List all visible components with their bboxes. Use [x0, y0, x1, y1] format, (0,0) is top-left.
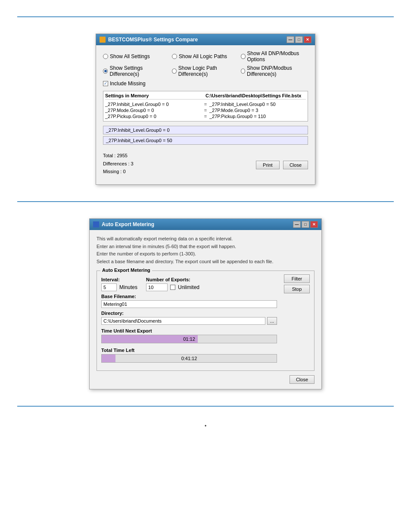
interval-row: Minutes [101, 283, 137, 291]
browse-button[interactable]: ... [267, 317, 277, 325]
radio-label-show-settings-diff: Show Settings Difference(s) [109, 65, 170, 77]
include-missing-checkbox[interactable] [103, 81, 108, 86]
row2-equals: = [202, 108, 209, 113]
radio-show-all-settings[interactable]: Show All Settings [103, 50, 170, 62]
close-window-button-2[interactable]: ✕ [310, 221, 318, 228]
directory-label: Directory: [101, 311, 277, 316]
footer-section: • [0, 414, 411, 438]
description-text: This will automatically export metering … [97, 235, 314, 265]
radio-label-show-all-dnp-modbus: Show All DNP/Modbus Options [247, 50, 308, 62]
interval-section: Interval: Minutes [101, 277, 137, 291]
titlebar-left-2: Auto Export Metering [93, 221, 154, 227]
radio-input-show-all-settings[interactable] [103, 54, 108, 59]
two-col-layout: Interval: Minutes Number of Exports: [101, 274, 310, 367]
stop-button[interactable]: Stop [284, 285, 310, 293]
total-time-left-bar: 0:41:12 [101, 354, 277, 363]
include-missing-label: Include Missing [110, 81, 146, 87]
dialog2-icon [93, 221, 99, 227]
differences-label: Differences : 3 [103, 160, 134, 168]
desc-line-3: Enter the number of exports to perform (… [97, 250, 314, 258]
row3-right: _27P.Pickup.Group0 = 110 [209, 114, 306, 119]
exports-label: Number of Exports: [146, 277, 199, 282]
radio-input-show-logic-path-diff[interactable] [172, 68, 177, 74]
base-filename-section: Base Filename: [101, 294, 277, 308]
include-missing-row[interactable]: Include Missing [103, 81, 308, 87]
auto-export-body: This will automatically export metering … [90, 230, 321, 389]
auto-export-group-box: Auto Export Metering Interval: Minutes [97, 271, 314, 371]
row3-left: _27P.Pickup.Group0 = 0 [105, 114, 202, 119]
table-row: _27P.Pickup.Group0 = 0 = _27P.Pickup.Gro… [105, 113, 306, 119]
close-window-button[interactable]: ✕ [304, 36, 311, 43]
settings-compare-titlebar: BESTCOMSPlus® Settings Compare — □ ✕ [96, 34, 315, 45]
exports-section: Number of Exports: Unlimited [146, 277, 199, 291]
filter-button[interactable]: Filter [284, 274, 310, 283]
maximize-button-2[interactable]: □ [302, 221, 309, 228]
detail-field-2: _27P.Inhibit_Level.Group0 = 50 [103, 136, 308, 145]
titlebar-controls[interactable]: — □ ✕ [286, 36, 311, 43]
titlebar-controls-2[interactable]: — □ ✕ [293, 221, 318, 228]
page-container: BESTCOMSPlus® Settings Compare — □ ✕ Sho… [0, 0, 411, 532]
table-row: _27P.Inhibit_Level.Group0 = 0 = _27P.Inh… [105, 101, 306, 107]
total-time-left-fill [102, 355, 115, 362]
radio-input-show-settings-diff[interactable] [103, 68, 108, 74]
dialog1-buttons: Print Close [256, 161, 308, 169]
dialog2-close-button[interactable]: Close [290, 375, 314, 384]
interval-unit: Minutes [119, 284, 137, 290]
settings-table-header: Settings in Memory C:\Users\briand\Deskt… [105, 93, 306, 100]
row3-equals: = [202, 114, 209, 119]
directory-input[interactable] [101, 317, 265, 325]
time-until-next-value: 01:12 [183, 336, 195, 342]
radio-label-show-all-settings: Show All Settings [110, 53, 150, 59]
directory-section: Directory: ... [101, 311, 277, 325]
radio-input-show-dnp-modbus-diff[interactable] [241, 68, 245, 74]
radio-label-show-all-logic-paths: Show All Logic Paths [179, 53, 227, 59]
total-time-left-label: Total Time Left [101, 348, 277, 353]
section-auto-export: Auto Export Metering — □ ✕ This will aut… [0, 210, 411, 398]
row2-right: _27P.Mode.Group0 = 3 [209, 108, 306, 113]
table-row: _27P.Mode.Group0 = 0 = _27P.Mode.Group0 … [105, 107, 306, 113]
dialog-icon [100, 37, 106, 43]
bottom-divider [17, 406, 394, 407]
row1-left: _27P.Inhibit_Level.Group0 = 0 [105, 102, 202, 107]
minimize-button[interactable]: — [286, 36, 294, 43]
total-label: Total : 2955 [103, 152, 134, 160]
detail-field-1: _27P.Inhibit_Level.Group0 = 0 [103, 126, 308, 134]
middle-divider [17, 201, 394, 202]
desc-line-4: Select a base filename and directory. Th… [97, 258, 314, 266]
col-main: Interval: Minutes Number of Exports: [101, 274, 277, 367]
exports-input[interactable] [146, 283, 168, 291]
radio-group: Show All Settings Show All Logic Paths S… [103, 50, 308, 77]
radio-show-all-dnp-modbus[interactable]: Show All DNP/Modbus Options [241, 50, 308, 62]
radio-input-show-all-logic-paths[interactable] [172, 54, 177, 59]
base-filename-input[interactable] [101, 300, 277, 308]
radio-show-settings-diff[interactable]: Show Settings Difference(s) [103, 65, 170, 77]
auto-export-dialog: Auto Export Metering — □ ✕ This will aut… [89, 218, 322, 389]
settings-compare-body: Show All Settings Show All Logic Paths S… [96, 45, 315, 184]
time-until-next-section: Time Until Next Export 01:12 [101, 328, 277, 343]
print-button[interactable]: Print [256, 161, 280, 169]
dialog2-title: Auto Export Metering [102, 221, 154, 227]
col1-header: Settings in Memory [105, 93, 206, 98]
radio-show-dnp-modbus-diff[interactable]: Show DNP/Modbus Difference(s) [241, 65, 308, 77]
row2-left: _27P.Mode.Group0 = 0 [105, 108, 202, 113]
radio-label-show-dnp-modbus-diff: Show DNP/Modbus Difference(s) [247, 65, 308, 77]
desc-line-1: This will automatically export metering … [97, 235, 314, 243]
minimize-button-2[interactable]: — [293, 221, 301, 228]
settings-table: Settings in Memory C:\Users\briand\Deskt… [103, 91, 308, 121]
row1-equals: = [202, 102, 209, 107]
maximize-button[interactable]: □ [295, 36, 303, 43]
radio-show-logic-path-diff[interactable]: Show Logic Path Difference(s) [172, 65, 239, 77]
base-filename-label: Base Filename: [101, 294, 277, 299]
section-settings-compare: BESTCOMSPlus® Settings Compare — □ ✕ Sho… [0, 25, 411, 193]
close-button[interactable]: Close [283, 161, 308, 169]
unlimited-checkbox[interactable] [170, 285, 175, 290]
radio-show-all-logic-paths[interactable]: Show All Logic Paths [172, 50, 239, 62]
time-until-next-label: Time Until Next Export [101, 328, 277, 333]
side-buttons: Filter Stop [284, 274, 310, 293]
radio-input-show-all-dnp-modbus[interactable] [241, 54, 246, 59]
auto-export-titlebar: Auto Export Metering — □ ✕ [90, 219, 321, 230]
interval-input[interactable] [101, 283, 117, 291]
settings-compare-dialog: BESTCOMSPlus® Settings Compare — □ ✕ Sho… [96, 34, 315, 185]
desc-line-2: Enter an interval time in minutes (5-60)… [97, 243, 314, 251]
top-divider [17, 16, 394, 17]
